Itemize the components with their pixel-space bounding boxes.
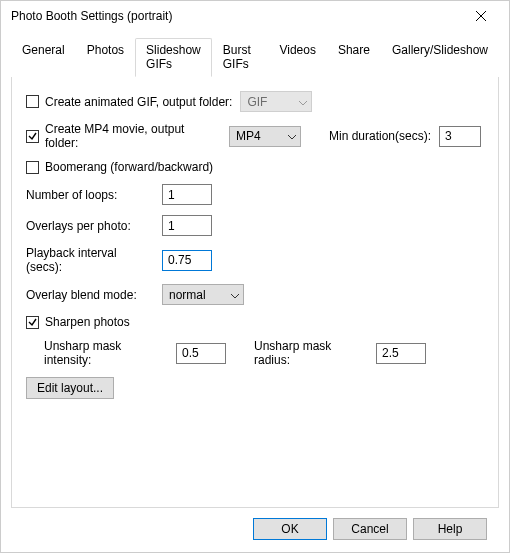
create-mp4-label: Create MP4 movie, output folder: <box>45 122 221 150</box>
gif-folder-select[interactable]: GIF <box>240 91 312 112</box>
blend-mode-value: normal <box>169 288 206 302</box>
unsharp-radius-label: Unsharp mask radius: <box>254 339 368 367</box>
sharpen-label: Sharpen photos <box>45 315 130 329</box>
window-title: Photo Booth Settings (portrait) <box>11 9 461 23</box>
playback-input[interactable] <box>162 250 212 271</box>
create-gif-checkbox[interactable] <box>26 95 39 108</box>
settings-window: Photo Booth Settings (portrait) General … <box>0 0 510 553</box>
min-duration-label: Min duration(secs): <box>329 129 431 143</box>
tab-gallery-slideshow[interactable]: Gallery/Slideshow <box>381 38 499 77</box>
chevron-down-icon <box>231 288 239 302</box>
create-gif-label: Create animated GIF, output folder: <box>45 95 232 109</box>
content-area: General Photos Slideshow GIFs Burst GIFs… <box>1 31 509 552</box>
sharpen-checkbox[interactable] <box>26 316 39 329</box>
tab-videos[interactable]: Videos <box>268 38 326 77</box>
tab-slideshow-gifs[interactable]: Slideshow GIFs <box>135 38 212 77</box>
blend-label: Overlay blend mode: <box>26 288 154 302</box>
chevron-down-icon <box>288 129 296 143</box>
loops-input[interactable] <box>162 184 212 205</box>
cancel-button[interactable]: Cancel <box>333 518 407 540</box>
tab-share[interactable]: Share <box>327 38 381 77</box>
tab-photos[interactable]: Photos <box>76 38 135 77</box>
loops-label: Number of loops: <box>26 188 154 202</box>
chevron-down-icon <box>299 95 307 109</box>
boomerang-label: Boomerang (forward/backward) <box>45 160 213 174</box>
ok-button[interactable]: OK <box>253 518 327 540</box>
boomerang-checkbox[interactable] <box>26 161 39 174</box>
overlays-input[interactable] <box>162 215 212 236</box>
mp4-folder-select[interactable]: MP4 <box>229 126 301 147</box>
titlebar: Photo Booth Settings (portrait) <box>1 1 509 31</box>
close-button[interactable] <box>461 2 501 30</box>
playback-label: Playback interval (secs): <box>26 246 154 274</box>
dialog-footer: OK Cancel Help <box>11 508 499 552</box>
unsharp-intensity-label: Unsharp mask intensity: <box>44 339 168 367</box>
tab-general[interactable]: General <box>11 38 76 77</box>
close-icon <box>476 11 486 21</box>
create-mp4-checkbox[interactable] <box>26 130 39 143</box>
tab-burst-gifs[interactable]: Burst GIFs <box>212 38 269 77</box>
overlays-label: Overlays per photo: <box>26 219 154 233</box>
unsharp-radius-input[interactable] <box>376 343 426 364</box>
gif-folder-value: GIF <box>247 95 267 109</box>
tabstrip: General Photos Slideshow GIFs Burst GIFs… <box>11 37 499 77</box>
help-button[interactable]: Help <box>413 518 487 540</box>
edit-layout-button[interactable]: Edit layout... <box>26 377 114 399</box>
min-duration-input[interactable] <box>439 126 481 147</box>
blend-mode-select[interactable]: normal <box>162 284 244 305</box>
unsharp-intensity-input[interactable] <box>176 343 226 364</box>
tab-panel: Create animated GIF, output folder: GIF … <box>11 77 499 508</box>
mp4-folder-value: MP4 <box>236 129 261 143</box>
